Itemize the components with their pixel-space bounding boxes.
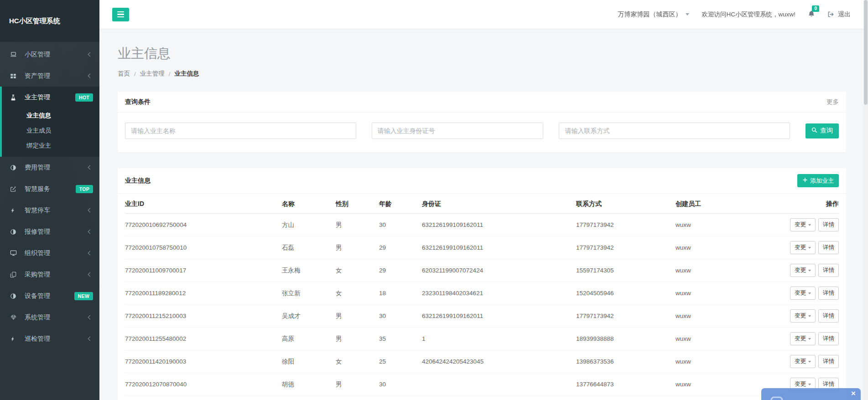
cell-phone: 13776644873 <box>572 373 672 396</box>
sidebar-subitem[interactable]: 绑定业主 <box>2 138 99 153</box>
change-button[interactable]: 变更 <box>790 264 816 277</box>
sidebar-item[interactable]: 系统管理 <box>0 307 99 328</box>
sidebar-item-label: 巡检管理 <box>25 335 88 343</box>
change-button[interactable]: 变更 <box>790 241 816 254</box>
search-button[interactable]: 查询 <box>806 123 839 138</box>
cell-age: 30 <box>375 214 418 236</box>
sidebar-item-block: 资产管理 <box>0 65 99 87</box>
welcome-text: 欢迎访问HC小区管理系统，wuxw! <box>702 10 795 19</box>
cell-name: 徐阳 <box>278 350 332 373</box>
cell-creator: wuxw <box>672 350 741 373</box>
plus-icon <box>802 177 808 184</box>
cell-creator: wuxw <box>672 236 741 259</box>
close-icon[interactable]: × <box>851 390 856 397</box>
change-button[interactable]: 变更 <box>790 218 816 231</box>
change-button[interactable]: 变更 <box>790 355 816 368</box>
sidebar-item[interactable]: 报修管理 <box>0 221 99 242</box>
cell-id_card: 632126199109162011 <box>418 236 572 259</box>
chevron-left-icon <box>88 74 93 78</box>
cell-creator: wuxw <box>672 214 741 236</box>
column-header: 创建员工 <box>672 194 741 214</box>
change-button[interactable]: 变更 <box>790 332 816 345</box>
content: 业主信息 首页/业主管理/业主信息 查询条件 更多 查询 业主信息 添加业主 <box>99 29 868 400</box>
change-button[interactable]: 变更 <box>790 309 816 323</box>
add-owner-button[interactable]: 添加业主 <box>797 174 839 187</box>
cell-name: 曾成 <box>278 396 332 400</box>
scrollbar-thumb[interactable] <box>864 0 868 105</box>
owners-table-wrap: 业主ID名称性别年龄身份证联系方式创建员工操作 7720200106927500… <box>118 194 846 400</box>
sidebar-item[interactable]: 智慧服务TOP <box>0 178 99 200</box>
search-button-label: 查询 <box>820 127 833 135</box>
app-logo: HC小区管理系统 <box>0 0 99 42</box>
breadcrumb-item[interactable]: 业主管理 <box>140 70 165 78</box>
detail-button[interactable]: 详情 <box>818 287 839 300</box>
cell-gender: 男 <box>332 305 375 328</box>
query-input-2[interactable] <box>559 123 790 139</box>
cell-age: 26 <box>375 396 418 400</box>
sidebar-item[interactable]: 设备管理NEW <box>0 285 99 307</box>
app-title: HC小区管理系统 <box>9 17 60 26</box>
caret-down-icon <box>808 292 811 294</box>
menu-badge: NEW <box>74 292 93 300</box>
sidebar-item[interactable]: 组织管理 <box>0 242 99 264</box>
sidebar-item-block: 组织管理 <box>0 242 99 264</box>
detail-button[interactable]: 详情 <box>818 309 839 323</box>
sidebar-submenu: 业主信息业主成员绑定业主 <box>2 108 99 157</box>
notifications-button[interactable]: 0 <box>808 10 815 19</box>
desktop-icon <box>10 250 21 256</box>
sidebar-item[interactable]: 智慧停车 <box>0 200 99 221</box>
sidebar-item[interactable]: 费用管理 <box>0 157 99 178</box>
change-button[interactable]: 变更 <box>790 287 816 300</box>
cell-name: 吴成才 <box>278 305 332 328</box>
breadcrumb-separator: / <box>169 71 171 77</box>
detail-button[interactable]: 详情 <box>818 264 839 277</box>
grid-icon <box>10 73 21 79</box>
caret-down-icon <box>808 247 811 249</box>
breadcrumb-item[interactable]: 首页 <box>118 70 130 78</box>
chevron-left-icon <box>88 251 93 256</box>
cell-id: 772020011255480002 <box>125 328 278 350</box>
sidebar-item-block: 小区管理 <box>0 44 99 65</box>
logout-button[interactable]: 退出 <box>827 10 851 19</box>
owners-panel-header: 业主信息 添加业主 <box>118 168 846 194</box>
cell-phone: 18939938888 <box>572 328 672 350</box>
topbar-right: 万博家博园（城西区） 欢迎访问HC小区管理系统，wuxw! 0 退出 <box>618 10 851 19</box>
query-input-0[interactable] <box>125 123 356 139</box>
sidebar-item-label: 采购管理 <box>25 271 88 279</box>
scrollbar[interactable] <box>863 0 868 400</box>
cell-creator: wuxw <box>672 328 741 350</box>
community-label: 万博家博园（城西区） <box>618 10 681 19</box>
sidebar-item[interactable]: 巡检管理 <box>0 328 99 349</box>
sidebar-subitem[interactable]: 业主信息 <box>2 108 99 123</box>
copy-icon <box>10 272 21 278</box>
sidebar-subitem[interactable]: 业主成员 <box>2 123 99 138</box>
cell-name: 胡德 <box>278 373 332 396</box>
sidebar-item-label: 组织管理 <box>25 249 88 257</box>
sidebar-toggle-button[interactable] <box>112 8 129 21</box>
detail-button[interactable]: 详情 <box>818 332 839 345</box>
chevron-left-icon <box>88 337 93 341</box>
query-input-1[interactable] <box>372 123 544 139</box>
breadcrumb-separator: / <box>134 71 136 77</box>
cell-phone: 13986373536 <box>572 350 672 373</box>
change-button-label: 变更 <box>795 312 806 320</box>
caret-down-icon <box>808 315 811 317</box>
detail-button-label: 详情 <box>823 221 834 229</box>
bolt-icon <box>10 336 21 342</box>
sidebar-item[interactable]: 小区管理 <box>0 44 99 65</box>
sidebar-item[interactable]: 资产管理 <box>0 65 99 87</box>
change-button-label: 变更 <box>795 289 806 297</box>
detail-button[interactable]: 详情 <box>818 218 839 231</box>
detail-button[interactable]: 详情 <box>818 355 839 368</box>
sidebar-item[interactable]: 业主管理HOT <box>2 87 99 108</box>
community-selector[interactable]: 万博家博园（城西区） <box>618 10 689 19</box>
table-row: 772020011189280012张立新女182323011984020346… <box>125 282 839 305</box>
table-row: 772020012070870040胡德男3013776644873wuxw变更… <box>125 373 839 396</box>
sidebar-item[interactable]: 采购管理 <box>0 264 99 285</box>
notification-badge: 0 <box>812 5 819 12</box>
cell-phone: 17797173942 <box>572 305 672 328</box>
globe-icon <box>10 229 21 235</box>
more-link[interactable]: 更多 <box>826 98 839 106</box>
detail-button[interactable]: 详情 <box>818 241 839 254</box>
globe-icon <box>10 164 21 171</box>
